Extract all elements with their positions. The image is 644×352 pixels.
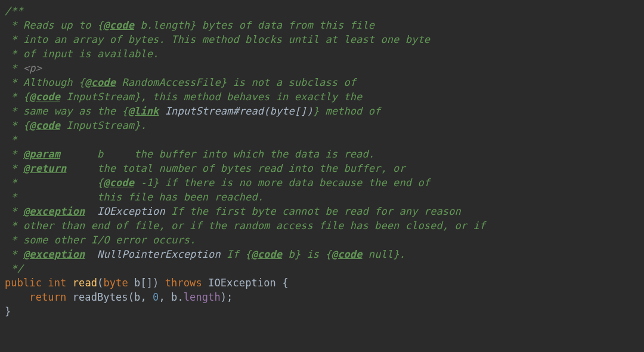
code-text: ); [221,291,233,303]
doc-line: * [5,62,23,74]
doc-line: If the first byte cannot be read for any… [165,205,461,217]
keyword-return: return [29,291,66,303]
doc-line: * [5,134,17,146]
code-text: , [159,291,171,303]
code-editor[interactable]: /** * Reads up to {@code b.length} bytes… [0,0,644,323]
doc-line: RandomAccessFile} is not a subclass of [116,76,356,88]
javadoc-open: /** [5,5,23,17]
doc-line: InputStream}, this method behaves in exa… [60,91,362,103]
doc-line: the total number of bytes read into the … [66,162,405,174]
doc-line: * same way as the { [5,105,128,117]
javadoc-tag-exception: @exception [23,205,85,217]
code-text: IOException [202,277,282,289]
doc-line: null}. [363,248,405,260]
code-text: { [282,277,288,289]
code-text [42,277,48,289]
javadoc-tag-code: @code [29,91,60,103]
javadoc-tag-code: @code [103,19,134,31]
code-text: readBytes(b [66,291,140,303]
keyword-byte: byte [103,277,128,289]
doc-line: * [5,248,23,260]
exception-type: IOException [85,205,165,217]
code-text: , [140,291,153,303]
doc-line: * into an array of bytes. This method bl… [5,33,430,45]
doc-line: * { [5,177,103,189]
doc-line: b the buffer into which the data is read… [60,148,374,160]
doc-line: * of input is available. [5,48,159,60]
code-text: b. [171,291,184,303]
javadoc-tag-return: @return [23,162,66,174]
javadoc-tag-code: @code [251,248,282,260]
doc-line: b.length} bytes of data from this file [134,19,374,31]
doc-line: * Reads up to { [5,19,103,31]
method-name-read: read [73,277,97,289]
number-literal: 0 [153,291,159,303]
code-text: b [128,277,141,289]
code-text: } [5,305,11,317]
javadoc-tag-exception: @exception [23,248,85,260]
javadoc-tag-link: @link [128,105,159,117]
exception-type: NullPointerException [85,248,220,260]
javadoc-tag-code: @code [103,177,134,189]
javadoc-tag-code: @code [332,248,363,260]
doc-html-p: <p> [23,62,42,74]
javadoc-close: */ [5,263,23,274]
code-text [5,291,29,303]
code-text: ( [97,277,103,289]
doc-line: * some other I/O error occurs. [5,234,196,246]
doc-line: InputStream}. [60,119,147,131]
code-text: ) [153,277,165,289]
javadoc-tag-code: @code [85,76,116,88]
code-text [66,277,72,289]
doc-line: * { [5,91,29,103]
keyword-int: int [48,277,66,289]
doc-line: -1} if there is no more data because the… [134,177,430,189]
keyword-public: public [5,277,42,289]
javadoc-link-target: InputStream#read(byte[]) [159,105,312,117]
field-length: length [184,291,221,303]
doc-line: b} is { [282,248,332,260]
doc-line: * [5,205,23,217]
keyword-throws: throws [165,277,202,289]
javadoc-tag-code: @code [29,119,60,131]
doc-line: * [5,162,23,174]
doc-line: * Although { [5,76,85,88]
doc-line: If { [221,248,252,260]
code-text: [] [140,277,153,289]
javadoc-tag-param: @param [23,148,60,160]
doc-line: * [5,148,23,160]
doc-line: * this file has been reached. [5,191,264,203]
doc-line: * { [5,119,29,131]
doc-line: } method of [313,105,381,117]
doc-line: * other than end of file, or if the rand… [5,220,485,231]
